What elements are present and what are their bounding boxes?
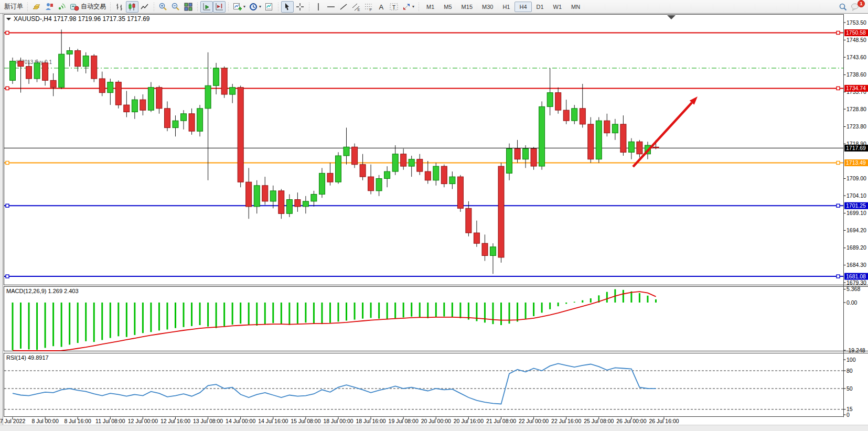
date-tick-label: 25 Jul 08:00: [584, 418, 614, 424]
timeframe-h4-button[interactable]: H4: [515, 2, 531, 12]
search-icon: [838, 2, 848, 12]
date-tick-label: 18 Jul 16:00: [356, 418, 385, 424]
autoscroll-icon: [202, 2, 211, 12]
templates-button[interactable]: [263, 1, 275, 13]
auto-trading-button[interactable]: 自动交易: [68, 1, 108, 13]
tile-windows-button[interactable]: [182, 1, 195, 13]
date-tick-label: 18 Jul 00:00: [323, 418, 353, 424]
equidistant-channel-button[interactable]: E: [350, 1, 362, 13]
timeframe-d1-button[interactable]: D1: [532, 2, 549, 12]
date-tick-label: 11 Jul 08:00: [95, 418, 125, 424]
auto-trading-label: 自动交易: [81, 2, 106, 11]
time-axis[interactable]: 7 Jul 20228 Jul 00:008 Jul 16:0011 Jul 0…: [0, 417, 679, 425]
price-badge-label: 1681.08: [846, 273, 866, 279]
new-order-label: 新订单: [4, 2, 23, 11]
rsi-axis-label: 80: [846, 368, 853, 374]
vertical-line-button[interactable]: [312, 1, 325, 13]
candlestick: [91, 54, 97, 82]
chart-shift-button[interactable]: [213, 1, 226, 13]
periods-button[interactable]: ▾: [247, 1, 263, 13]
search-button[interactable]: [837, 1, 849, 13]
labelT-icon: T: [389, 2, 399, 12]
chart-line-button[interactable]: [138, 1, 151, 13]
zoom-in-button[interactable]: [157, 1, 169, 13]
date-tick-label: 12 Jul 16:00: [160, 418, 190, 424]
chat-button[interactable]: 1: [849, 1, 862, 13]
trendline-button[interactable]: [337, 1, 350, 13]
toolbar-grip: [308, 2, 310, 12]
date-tick-label: 26 Jul 16:00: [649, 418, 679, 424]
svg-text:E: E: [358, 7, 360, 12]
timeframe-m1-button[interactable]: M1: [422, 2, 439, 12]
macd-axis-label: 0.00: [846, 299, 858, 306]
line-handle[interactable]: [6, 31, 9, 35]
cursor-button[interactable]: [281, 1, 294, 13]
horizontal-line-button[interactable]: [325, 1, 337, 13]
date-tick-label: 20 Jul 16:00: [454, 418, 484, 424]
chart-candles-button[interactable]: [126, 1, 138, 13]
macd-axis-label: 5.368: [846, 286, 860, 292]
price-tick-label: 1679.30: [846, 279, 866, 286]
line-handle[interactable]: [6, 275, 9, 278]
status-strip: [0, 425, 868, 431]
crosshair-icon: [295, 2, 305, 12]
timeframe-m15-button[interactable]: M15: [457, 2, 477, 12]
auto-scroll-button[interactable]: [200, 1, 213, 13]
tiles-icon: [184, 2, 193, 12]
price-tick-label: 1723.80: [846, 123, 866, 130]
community-button[interactable]: [43, 1, 56, 13]
timeframe-m5-button[interactable]: M5: [439, 2, 456, 12]
chevron-down-icon: ▾: [259, 4, 261, 9]
periods-icon: [249, 2, 258, 12]
price-tick-label: 1738.60: [846, 71, 866, 78]
date-tick-label: 19 Jul 08:00: [389, 418, 419, 424]
line-handle[interactable]: [837, 31, 840, 35]
chart-bars-button[interactable]: [113, 1, 126, 13]
signals-button[interactable]: [56, 1, 68, 13]
signal-icon: [57, 2, 67, 12]
timeframe-h1-button[interactable]: H1: [498, 2, 515, 12]
date-tick-label: 14 Jul 16:00: [258, 418, 288, 424]
text-label-button[interactable]: T: [388, 1, 400, 13]
candlestick: [531, 147, 537, 170]
text-button[interactable]: A: [375, 1, 388, 13]
indicators-button[interactable]: ▾: [231, 1, 247, 13]
bars-icon: [115, 2, 124, 12]
price-badge-label: 1717.69: [846, 145, 866, 151]
timeframe-w1-button[interactable]: W1: [549, 2, 567, 12]
price-tick-label: 1689.20: [846, 244, 866, 251]
toolbar-grip: [227, 2, 230, 12]
candlestick: [441, 165, 447, 188]
rsi-axis-label: 50: [846, 385, 853, 392]
line-handle[interactable]: [837, 275, 840, 278]
arrows-button[interactable]: ▾: [400, 1, 416, 13]
line-handle[interactable]: [837, 204, 840, 207]
candlestick: [115, 80, 121, 109]
toolbar-grip: [153, 2, 155, 12]
ingots-button[interactable]: [30, 1, 43, 13]
svg-text:F: F: [370, 7, 372, 12]
candlestick: [352, 144, 358, 168]
toolbar-grip: [26, 2, 29, 12]
toolbar-grip: [277, 2, 280, 12]
linechart-icon: [140, 2, 149, 12]
cursor-icon: [283, 2, 292, 12]
date-tick-label: 21 Jul 08:00: [486, 418, 516, 424]
candlestick: [34, 59, 40, 82]
timeframe-m30-button[interactable]: M30: [477, 2, 498, 12]
line-handle[interactable]: [6, 87, 9, 90]
line-handle[interactable]: [6, 204, 9, 207]
timeframe-mn-button[interactable]: MN: [566, 2, 585, 12]
shift-icon: [215, 2, 224, 12]
crosshair-button[interactable]: [294, 1, 306, 13]
zoomin-icon: [158, 2, 168, 12]
line-handle[interactable]: [6, 161, 9, 165]
price-tick-label: 1684.30: [846, 262, 866, 268]
macd-axis-label: -19.248: [846, 347, 865, 353]
new-order-button[interactable]: 新订单: [1, 1, 25, 13]
date-tick-label: 12 Jul 00:00: [128, 418, 158, 424]
zoom-out-button[interactable]: [169, 1, 182, 13]
fibonacci-button[interactable]: F: [362, 1, 375, 13]
line-handle[interactable]: [837, 161, 840, 165]
line-handle[interactable]: [837, 87, 840, 90]
